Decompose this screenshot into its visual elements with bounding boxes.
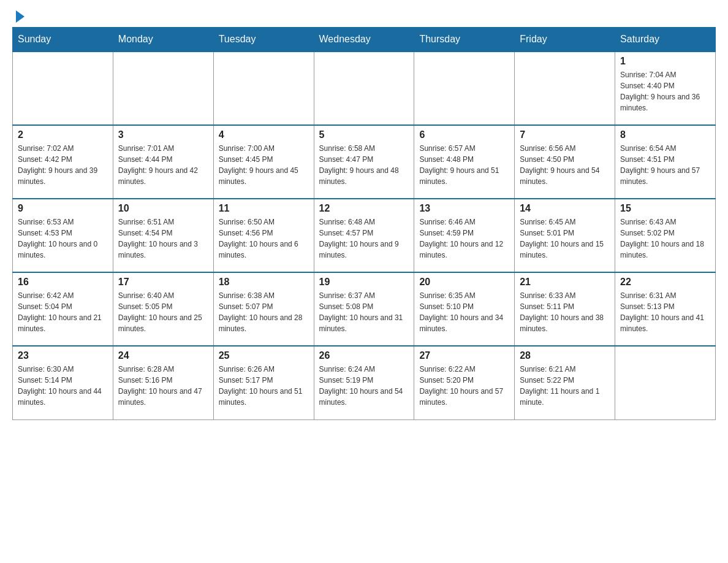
day-info: Sunrise: 6:54 AMSunset: 4:51 PMDaylight:… <box>620 143 710 187</box>
calendar-week-row: 9Sunrise: 6:53 AMSunset: 4:53 PMDaylight… <box>13 199 716 272</box>
calendar-day-cell: 19Sunrise: 6:37 AMSunset: 5:08 PMDayligh… <box>314 272 414 346</box>
calendar-week-row: 23Sunrise: 6:30 AMSunset: 5:14 PMDayligh… <box>13 346 716 419</box>
day-info: Sunrise: 6:48 AMSunset: 4:57 PMDaylight:… <box>319 216 409 261</box>
logo-arrow-icon <box>16 10 25 23</box>
calendar-header-row: SundayMondayTuesdayWednesdayThursdayFrid… <box>13 28 716 52</box>
logo <box>12 12 26 21</box>
day-number: 23 <box>18 350 108 361</box>
day-info: Sunrise: 6:30 AMSunset: 5:14 PMDaylight:… <box>18 364 108 408</box>
day-info: Sunrise: 6:31 AMSunset: 5:13 PMDaylight:… <box>620 290 710 334</box>
calendar-day-cell: 4Sunrise: 7:00 AMSunset: 4:45 PMDaylight… <box>213 125 314 199</box>
day-of-week-header: Tuesday <box>213 28 314 52</box>
day-info: Sunrise: 6:33 AMSunset: 5:11 PMDaylight:… <box>520 290 610 334</box>
day-info: Sunrise: 6:56 AMSunset: 4:50 PMDaylight:… <box>520 143 610 187</box>
calendar-day-cell: 17Sunrise: 6:40 AMSunset: 5:05 PMDayligh… <box>113 272 213 346</box>
day-info: Sunrise: 6:45 AMSunset: 5:01 PMDaylight:… <box>520 216 610 261</box>
day-number: 7 <box>520 129 610 140</box>
calendar-day-cell: 26Sunrise: 6:24 AMSunset: 5:19 PMDayligh… <box>314 346 414 419</box>
day-info: Sunrise: 6:38 AMSunset: 5:07 PMDaylight:… <box>219 290 309 334</box>
day-number: 27 <box>419 350 509 361</box>
day-info: Sunrise: 6:37 AMSunset: 5:08 PMDaylight:… <box>319 290 409 334</box>
day-number: 2 <box>18 129 108 140</box>
day-number: 20 <box>419 277 509 288</box>
day-number: 9 <box>18 203 108 214</box>
day-info: Sunrise: 6:51 AMSunset: 4:54 PMDaylight:… <box>118 216 208 261</box>
calendar-day-cell: 3Sunrise: 7:01 AMSunset: 4:44 PMDaylight… <box>113 125 213 199</box>
calendar-day-cell: 12Sunrise: 6:48 AMSunset: 4:57 PMDayligh… <box>314 199 414 272</box>
day-info: Sunrise: 6:50 AMSunset: 4:56 PMDaylight:… <box>219 216 309 261</box>
calendar-day-cell: 23Sunrise: 6:30 AMSunset: 5:14 PMDayligh… <box>13 346 113 419</box>
calendar-day-cell: 7Sunrise: 6:56 AMSunset: 4:50 PMDaylight… <box>515 125 615 199</box>
day-number: 1 <box>620 56 710 67</box>
day-info: Sunrise: 6:42 AMSunset: 5:04 PMDaylight:… <box>18 290 108 334</box>
day-info: Sunrise: 6:24 AMSunset: 5:19 PMDaylight:… <box>319 364 409 408</box>
day-number: 28 <box>520 350 610 361</box>
day-number: 4 <box>219 129 309 140</box>
day-info: Sunrise: 6:21 AMSunset: 5:22 PMDaylight:… <box>520 364 610 408</box>
calendar-day-cell: 27Sunrise: 6:22 AMSunset: 5:20 PMDayligh… <box>414 346 515 419</box>
day-number: 18 <box>219 277 309 288</box>
day-number: 19 <box>319 277 409 288</box>
calendar-day-cell: 24Sunrise: 6:28 AMSunset: 5:16 PMDayligh… <box>113 346 213 419</box>
day-number: 8 <box>620 129 710 140</box>
day-of-week-header: Thursday <box>414 28 515 52</box>
day-number: 17 <box>118 277 208 288</box>
calendar-table: SundayMondayTuesdayWednesdayThursdayFrid… <box>12 27 716 420</box>
day-of-week-header: Monday <box>113 28 213 52</box>
calendar-day-cell <box>213 52 314 125</box>
calendar-day-cell: 5Sunrise: 6:58 AMSunset: 4:47 PMDaylight… <box>314 125 414 199</box>
calendar-day-cell: 25Sunrise: 6:26 AMSunset: 5:17 PMDayligh… <box>213 346 314 419</box>
calendar-day-cell: 18Sunrise: 6:38 AMSunset: 5:07 PMDayligh… <box>213 272 314 346</box>
day-info: Sunrise: 6:43 AMSunset: 5:02 PMDaylight:… <box>620 216 710 261</box>
calendar-day-cell: 14Sunrise: 6:45 AMSunset: 5:01 PMDayligh… <box>515 199 615 272</box>
day-info: Sunrise: 6:35 AMSunset: 5:10 PMDaylight:… <box>419 290 509 334</box>
calendar-day-cell: 10Sunrise: 6:51 AMSunset: 4:54 PMDayligh… <box>113 199 213 272</box>
day-info: Sunrise: 7:00 AMSunset: 4:45 PMDaylight:… <box>219 143 309 187</box>
day-number: 22 <box>620 277 710 288</box>
day-number: 6 <box>419 129 509 140</box>
calendar-day-cell: 16Sunrise: 6:42 AMSunset: 5:04 PMDayligh… <box>13 272 113 346</box>
page-header <box>12 12 716 21</box>
day-info: Sunrise: 6:57 AMSunset: 4:48 PMDaylight:… <box>419 143 509 187</box>
calendar-day-cell: 8Sunrise: 6:54 AMSunset: 4:51 PMDaylight… <box>615 125 716 199</box>
day-number: 25 <box>219 350 309 361</box>
day-info: Sunrise: 7:04 AMSunset: 4:40 PMDaylight:… <box>620 69 710 113</box>
day-info: Sunrise: 6:46 AMSunset: 4:59 PMDaylight:… <box>419 216 509 261</box>
day-number: 10 <box>118 203 208 214</box>
day-number: 5 <box>319 129 409 140</box>
calendar-day-cell: 15Sunrise: 6:43 AMSunset: 5:02 PMDayligh… <box>615 199 716 272</box>
day-info: Sunrise: 6:58 AMSunset: 4:47 PMDaylight:… <box>319 143 409 187</box>
calendar-day-cell: 22Sunrise: 6:31 AMSunset: 5:13 PMDayligh… <box>615 272 716 346</box>
day-info: Sunrise: 6:22 AMSunset: 5:20 PMDaylight:… <box>419 364 509 408</box>
calendar-day-cell: 2Sunrise: 7:02 AMSunset: 4:42 PMDaylight… <box>13 125 113 199</box>
day-number: 3 <box>118 129 208 140</box>
calendar-day-cell: 21Sunrise: 6:33 AMSunset: 5:11 PMDayligh… <box>515 272 615 346</box>
day-info: Sunrise: 6:53 AMSunset: 4:53 PMDaylight:… <box>18 216 108 261</box>
day-info: Sunrise: 6:28 AMSunset: 5:16 PMDaylight:… <box>118 364 208 408</box>
day-info: Sunrise: 7:01 AMSunset: 4:44 PMDaylight:… <box>118 143 208 187</box>
calendar-day-cell: 13Sunrise: 6:46 AMSunset: 4:59 PMDayligh… <box>414 199 515 272</box>
day-number: 12 <box>319 203 409 214</box>
calendar-day-cell: 11Sunrise: 6:50 AMSunset: 4:56 PMDayligh… <box>213 199 314 272</box>
day-info: Sunrise: 6:26 AMSunset: 5:17 PMDaylight:… <box>219 364 309 408</box>
day-number: 11 <box>219 203 309 214</box>
calendar-day-cell: 28Sunrise: 6:21 AMSunset: 5:22 PMDayligh… <box>515 346 615 419</box>
calendar-day-cell <box>615 346 716 419</box>
day-number: 21 <box>520 277 610 288</box>
calendar-week-row: 2Sunrise: 7:02 AMSunset: 4:42 PMDaylight… <box>13 125 716 199</box>
calendar-day-cell <box>13 52 113 125</box>
day-number: 26 <box>319 350 409 361</box>
calendar-day-cell <box>113 52 213 125</box>
day-number: 24 <box>118 350 208 361</box>
calendar-day-cell: 6Sunrise: 6:57 AMSunset: 4:48 PMDaylight… <box>414 125 515 199</box>
day-number: 13 <box>419 203 509 214</box>
day-of-week-header: Wednesday <box>314 28 414 52</box>
day-info: Sunrise: 7:02 AMSunset: 4:42 PMDaylight:… <box>18 143 108 187</box>
calendar-day-cell <box>515 52 615 125</box>
calendar-week-row: 1Sunrise: 7:04 AMSunset: 4:40 PMDaylight… <box>13 52 716 125</box>
day-of-week-header: Saturday <box>615 28 716 52</box>
day-number: 16 <box>18 277 108 288</box>
calendar-day-cell <box>314 52 414 125</box>
calendar-day-cell: 1Sunrise: 7:04 AMSunset: 4:40 PMDaylight… <box>615 52 716 125</box>
day-of-week-header: Sunday <box>13 28 113 52</box>
